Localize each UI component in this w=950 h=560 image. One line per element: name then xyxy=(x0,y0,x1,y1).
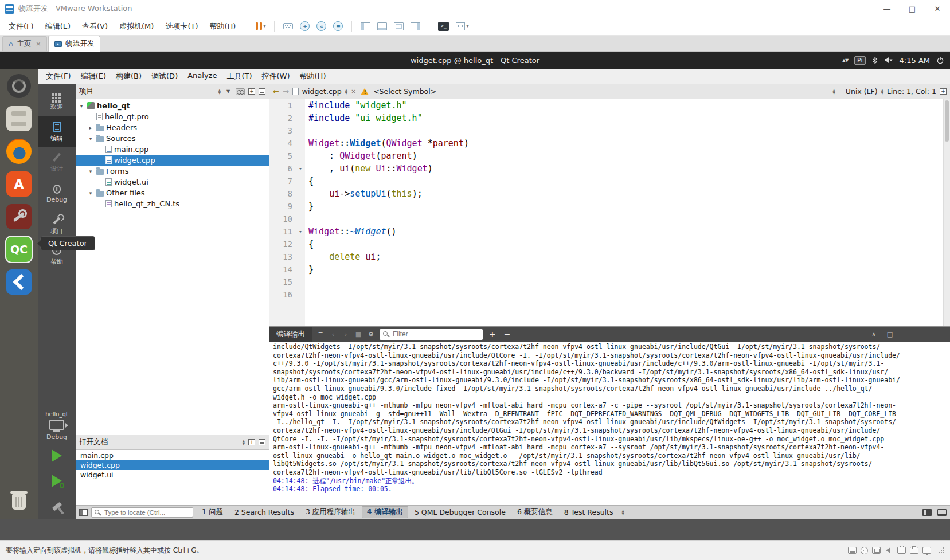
volume-muted-icon[interactable] xyxy=(884,56,893,64)
fullscreen-button[interactable]: ▾ xyxy=(453,21,471,32)
collapse-output-icon[interactable]: ∧ xyxy=(870,331,878,338)
resize-grip[interactable] xyxy=(939,547,944,553)
chevron-down-icon[interactable] xyxy=(87,169,94,174)
panel-combo-icon[interactable] xyxy=(243,440,245,445)
tree-item[interactable]: hello_qt.pro xyxy=(76,111,269,122)
line-ending-combo-icon[interactable] xyxy=(881,89,883,95)
locator-box[interactable] xyxy=(91,507,193,518)
qtcreator-menu-item[interactable]: 调试(D) xyxy=(147,69,182,83)
sync-with-editor-icon[interactable] xyxy=(236,88,245,95)
qtcreator-menu-item[interactable]: 工具(T) xyxy=(222,69,256,83)
toggle-sidebar-icon[interactable] xyxy=(79,509,88,516)
split-panel-icon[interactable] xyxy=(248,439,255,445)
output-tab-button[interactable]: 8 Test Results xyxy=(559,507,619,518)
qtcreator-menu-item[interactable]: Analyze xyxy=(183,69,221,83)
run-button[interactable] xyxy=(38,443,76,468)
clock[interactable]: 4:15 AM xyxy=(900,56,930,65)
open-console-button[interactable]: >_ xyxy=(435,20,452,33)
close-button[interactable]: ✕ xyxy=(925,0,950,17)
navigate-forward-icon[interactable]: → xyxy=(283,87,289,96)
document-combo-icon[interactable] xyxy=(345,89,347,95)
compile-output-text[interactable]: include/QtWidgets -I/opt/st/myir/3.1-sna… xyxy=(269,342,950,505)
vmware-menu-item[interactable]: 选项卡(T) xyxy=(160,19,203,34)
close-panel-icon[interactable] xyxy=(259,439,265,445)
hdd-device-icon[interactable] xyxy=(848,547,857,554)
maximize-output-icon[interactable]: □ xyxy=(886,331,894,338)
toggle-thumbnail-bar-button[interactable] xyxy=(374,21,390,32)
chevron-down-icon[interactable] xyxy=(78,103,85,109)
fit-guest-button[interactable] xyxy=(391,21,406,32)
dock-files-button[interactable] xyxy=(5,105,33,132)
dock-system-tools-button[interactable] xyxy=(5,203,33,230)
minimize-button[interactable]: — xyxy=(874,0,900,17)
chevron-down-icon[interactable] xyxy=(87,136,94,142)
tree-item[interactable]: Sources xyxy=(76,133,269,144)
dock-firefox-button[interactable] xyxy=(5,138,33,165)
tab-close-icon[interactable]: × xyxy=(36,40,41,48)
scrollbar-thumb[interactable] xyxy=(945,100,949,142)
editor-scrollbar[interactable] xyxy=(943,99,950,326)
tree-item[interactable]: widget.cpp xyxy=(76,155,269,166)
dock-qtcreator-button[interactable]: QC xyxy=(5,236,33,263)
chevron-right-icon[interactable] xyxy=(87,125,94,131)
fold-marker-icon[interactable] xyxy=(296,162,305,175)
warning-icon[interactable] xyxy=(361,88,369,95)
suspend-vm-button[interactable]: ▾ xyxy=(253,21,268,32)
unity-mode-button[interactable] xyxy=(408,21,423,32)
qtcreator-menu-item[interactable]: 文件(F) xyxy=(41,69,76,83)
output-tab-button[interactable]: 1 问题 xyxy=(197,506,228,518)
code-editor[interactable]: 1#include "widget.h"2#include "ui_widget… xyxy=(269,99,950,326)
zoom-in-icon[interactable]: + xyxy=(487,330,498,339)
maximize-button[interactable]: □ xyxy=(900,0,925,17)
dock-vscode-button[interactable] xyxy=(5,268,33,296)
qtcreator-menu-item[interactable]: 编辑(E) xyxy=(76,69,111,83)
power-menu-icon[interactable] xyxy=(936,56,944,64)
qtcreator-menu-item[interactable]: 帮助(H) xyxy=(295,69,331,83)
vmware-menu-item[interactable]: 编辑(E) xyxy=(40,19,76,34)
mode-design[interactable]: 设计 xyxy=(38,147,76,178)
chevron-down-icon[interactable] xyxy=(87,190,94,196)
tree-item[interactable]: hello_qt xyxy=(76,100,269,111)
output-tab-button[interactable]: 5 QML Debugger Console xyxy=(409,507,511,518)
tab-vm[interactable]: 物流开发 xyxy=(48,36,100,52)
toggle-left-panel-icon[interactable] xyxy=(922,509,932,516)
previous-item-icon[interactable]: ‹ xyxy=(329,331,337,338)
output-tab-button[interactable]: 4 编译输出 xyxy=(362,506,408,518)
tree-item[interactable]: hello_qt_zh_CN.ts xyxy=(76,198,269,209)
filter-icon[interactable] xyxy=(224,89,232,94)
build-button[interactable] xyxy=(38,494,76,519)
sound-device-icon[interactable] xyxy=(885,547,893,554)
open-document-item[interactable]: main.cpp xyxy=(76,451,269,460)
panel-combo-icon[interactable] xyxy=(218,89,221,95)
output-filter-input[interactable] xyxy=(392,330,479,339)
mode-welcome[interactable]: 欢迎 xyxy=(38,85,76,116)
tree-item[interactable]: main.cpp xyxy=(76,144,269,155)
network-device-icon[interactable] xyxy=(872,547,881,554)
qtcreator-menu-item[interactable]: 构建(B) xyxy=(111,69,146,83)
tab-home[interactable]: ⌂ 主页 × xyxy=(2,36,47,51)
tree-item[interactable]: Headers xyxy=(76,122,269,133)
send-ctrl-alt-del-button[interactable] xyxy=(280,21,296,31)
toggle-library-button[interactable] xyxy=(358,21,373,32)
mode-debug[interactable]: Debug xyxy=(38,178,76,209)
vmware-menu-item[interactable]: 查看(V) xyxy=(77,19,113,34)
take-snapshot-button[interactable]: + xyxy=(297,19,312,33)
tree-item[interactable]: Forms xyxy=(76,166,269,177)
output-filter-box[interactable] xyxy=(380,329,483,340)
dock-software-button[interactable] xyxy=(5,170,33,198)
mode-projects[interactable]: 项目 xyxy=(38,209,76,240)
open-document-item[interactable]: widget.ui xyxy=(76,470,269,480)
dock-activities-button[interactable] xyxy=(5,72,33,100)
network-updown-icon[interactable]: ▲▼ xyxy=(842,58,848,63)
next-item-icon[interactable]: › xyxy=(342,331,350,338)
fold-marker-icon[interactable] xyxy=(296,225,305,238)
output-tab-button[interactable]: 2 Search Results xyxy=(229,507,299,518)
word-wrap-icon[interactable]: ≣ xyxy=(316,331,325,338)
open-document-item[interactable]: widget.cpp xyxy=(76,460,269,470)
manage-snapshots-button[interactable]: ≡ xyxy=(330,19,346,33)
display-device-icon[interactable] xyxy=(922,547,931,554)
usb-device-icon[interactable] xyxy=(897,547,906,554)
dock-trash-button[interactable] xyxy=(5,488,33,515)
zoom-out-icon[interactable]: − xyxy=(502,330,513,339)
navigate-back-icon[interactable]: ← xyxy=(273,87,279,96)
